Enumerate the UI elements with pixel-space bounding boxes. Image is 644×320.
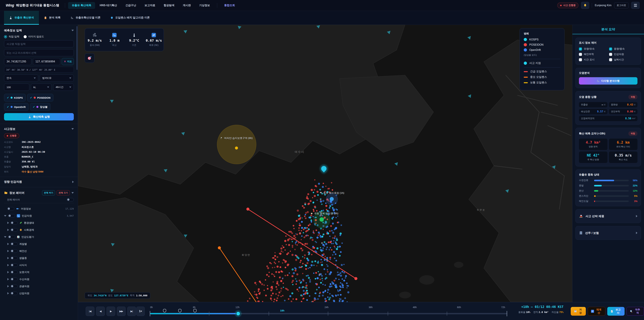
nav-item-2[interactable]: 긴급구난 [122, 2, 140, 9]
model-chip-앙상블[interactable]: ✓앙상블 [30, 103, 50, 111]
incident-list-input[interactable] [4, 49, 74, 56]
tab-3[interactable]: 오일펜스 배치 알고리즘 이론 [106, 11, 155, 25]
fence-event-marker[interactable] [178, 309, 182, 312]
analysis-panel-header[interactable]: 분석 요약 [572, 25, 644, 34]
layer-toggle[interactable] [10, 228, 18, 232]
fence-event-marker[interactable] [163, 309, 166, 312]
map-canvas[interactable]: 여자만 습지보호구역 (6h) 종포 해수욕장 (1h) 국동 전복 양식장 (… [78, 25, 572, 302]
layer-toggle[interactable] [10, 270, 18, 274]
display-option-날짜시간[interactable]: 날짜시간 [609, 58, 638, 61]
nav-item-3[interactable]: 보고자료 [141, 2, 159, 9]
layer-row-계절별[interactable]: 계절별 [4, 240, 74, 247]
layer-row-환경생태[interactable]: 환경생태 [4, 219, 74, 226]
layer-toggle[interactable] [8, 235, 15, 239]
pick-on-map-button[interactable]: 지도 [62, 58, 74, 65]
recenter-target-button[interactable] [85, 53, 94, 63]
layer-row-사회경제[interactable]: $사회경제 [4, 226, 74, 233]
display-option-민감자원[interactable]: 민감자원 [609, 53, 638, 56]
layers-all-off-button[interactable]: 전체 끄기 [57, 190, 70, 195]
tab-0[interactable]: 유출유 확산분석 [4, 11, 39, 25]
menu-button[interactable] [631, 2, 640, 9]
logout-button[interactable]: 로그아웃 [614, 2, 628, 9]
city-label-yeosu: 여수시 [294, 150, 304, 154]
run-prediction-button[interactable]: 확산예측 실행 [4, 113, 74, 121]
nav-item-0[interactable]: 유출유 확산예측 [68, 2, 95, 9]
nav-item-1[interactable]: HNS·대기확산 [96, 2, 121, 9]
spill-type-select[interactable]: 연속 [4, 75, 38, 82]
layer-row-어장정보[interactable]: 어장정보17,129 [4, 205, 74, 212]
danger-badge: 위험 [628, 131, 638, 136]
checkbox-checked-icon[interactable]: ✓ [579, 48, 582, 51]
duration-select[interactable]: 48시간 [53, 84, 74, 91]
layer-toggle[interactable] [10, 249, 18, 253]
display-option-해안부착[interactable]: 해안부착 [579, 53, 608, 56]
display-option-유향/유속[interactable]: ✓유향/유속 [579, 47, 608, 51]
layer-toggle[interactable] [10, 277, 18, 281]
layer-row-관광자원[interactable]: 관광자원 [4, 283, 74, 290]
beach-zone-circle[interactable] [326, 193, 338, 205]
incident-section-title[interactable]: 사고정보 [4, 127, 74, 131]
fence-event-marker[interactable] [193, 309, 196, 312]
radio-image-upload[interactable]: 이미지 업로드 [24, 35, 44, 38]
nav-item-5[interactable]: 게시판 [179, 2, 194, 9]
nav-item-7[interactable]: 통합조회 [220, 2, 239, 9]
tab-1[interactable]: 분석 목록 [39, 11, 66, 25]
layer-row-생물종[interactable]: 생물종 [4, 254, 74, 262]
model-chip-OpenDrift[interactable]: ✓OpenDrift [4, 103, 28, 111]
display-option-시간 표시[interactable]: 시간 표시 [579, 58, 608, 61]
layer-toggle[interactable] [8, 214, 15, 217]
tab-label: 유출유확산모델 이론 [76, 16, 100, 20]
display-option-풍향/풍속[interactable]: ✓풍향/풍속 [609, 47, 638, 51]
layer-row-민감자원[interactable]: 민감자원3,947 [4, 212, 74, 219]
checkbox-icon[interactable] [579, 53, 582, 56]
checkbox-icon[interactable] [579, 58, 582, 61]
sidebar-scrollbar[interactable] [76, 26, 78, 70]
model-chip-KOSPS[interactable]: ✓KOSPS [4, 94, 26, 102]
layers-all-on-button[interactable]: 전체 켜기 [42, 190, 55, 195]
layer-row-산업자원[interactable]: 산업자원 [4, 290, 74, 297]
layer-toggle[interactable] [10, 263, 18, 267]
predict-section-title[interactable]: 예측정보 입력 [4, 29, 74, 32]
layer-toggle[interactable] [10, 242, 18, 246]
layer-toggle[interactable] [7, 207, 14, 210]
incident-name-input[interactable] [4, 40, 74, 47]
longitude-input[interactable] [33, 58, 60, 65]
timeline-thumb[interactable] [236, 311, 240, 316]
impact-section-title[interactable]: 영향 민감자원 [4, 180, 74, 184]
polygon-analysis-button[interactable]: 다각형 분석수행 [579, 77, 638, 85]
master-layer-toggle[interactable] [67, 198, 74, 201]
layer-row-수산자원[interactable]: 수산자원 [4, 276, 74, 283]
oil-type-select[interactable]: 벙커C유 [40, 75, 74, 82]
model-chip-POSEIDON[interactable]: ✓POSEIDON [27, 94, 53, 102]
checkbox-checked-icon[interactable]: ✓ [609, 48, 612, 51]
layer-toggle[interactable] [10, 292, 18, 295]
보고서-button[interactable]: 보고서 [607, 307, 624, 316]
저장-button[interactable]: 저장 [571, 307, 586, 316]
layer-toggle[interactable] [10, 221, 18, 224]
nav-item-4[interactable]: 항공탐색 [160, 2, 178, 9]
tab-2[interactable]: 유출유확산모델 이론 [66, 11, 106, 25]
checkbox-icon[interactable] [609, 53, 612, 56]
nav-item-6[interactable]: 기상정보 [196, 2, 214, 9]
layer-toggle[interactable] [10, 284, 18, 288]
collapsed-card-선주 / 보험[interactable]: 선주 / 보험 [576, 226, 641, 240]
latitude-input[interactable] [4, 58, 31, 65]
layer-row-서식지[interactable]: 서식지 [4, 262, 74, 269]
역추적-button[interactable]: 역추적 [626, 307, 644, 316]
timeline-tick [447, 311, 447, 316]
layer-row-민감도평가[interactable]: 민감도평가 [4, 233, 74, 240]
row-value: 씨프린스호 [22, 145, 34, 149]
layer-row-보호지역[interactable]: 보호지역 [4, 269, 74, 276]
notifications-button[interactable] [581, 2, 589, 9]
zone-dot[interactable] [235, 147, 238, 150]
재계산-button[interactable]: 재계산 [588, 307, 605, 316]
layer-toggle[interactable] [10, 256, 18, 260]
radio-direct-input[interactable]: 직접 입력 [4, 35, 19, 38]
amount-input[interactable] [4, 84, 29, 91]
layer-row-해안선[interactable]: 해안선 [4, 247, 74, 254]
unit-select[interactable]: kL [31, 84, 52, 91]
timeline-track[interactable] [150, 313, 507, 314]
checkbox-icon[interactable] [609, 58, 612, 61]
collapsed-card-사고 선박 제원[interactable]: 사고 선박 제원 [576, 209, 641, 223]
farm-zone-circle[interactable] [314, 211, 330, 228]
